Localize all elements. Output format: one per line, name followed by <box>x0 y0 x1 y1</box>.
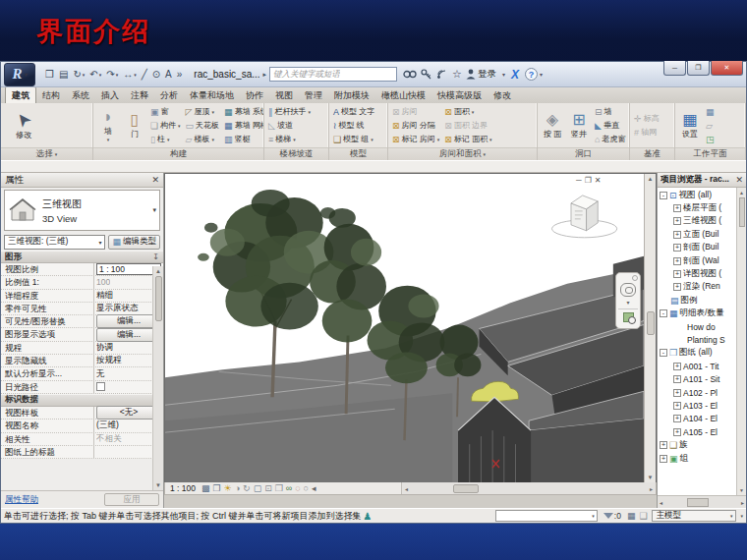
tag-area-icon[interactable]: ⊠ 标记 面积 ▾ <box>442 133 493 146</box>
tree-item[interactable]: + 楼层平面 ( <box>658 201 736 214</box>
dropdown-arrow-icon[interactable]: ▾ <box>371 137 374 142</box>
workplane-viewer-icon[interactable]: ◳ <box>704 133 718 146</box>
dropdown-arrow-icon[interactable]: ▾ <box>178 123 181 129</box>
expand-toggle-icon[interactable]: + <box>673 415 681 422</box>
ribbon-panel-label[interactable]: 选择 ▾ <box>1 147 92 160</box>
scroll-left-icon[interactable]: ◂ <box>658 499 664 506</box>
ribbon-tab[interactable]: 快模高级版 <box>431 87 488 103</box>
ramp-icon[interactable]: ◺ 坡道 <box>266 119 313 133</box>
design-options-icon[interactable]: ❑ <box>639 511 647 521</box>
signin-dropdown-icon[interactable]: ▾ <box>502 71 505 78</box>
mullion-icon[interactable]: ▥ 竖梃 <box>222 133 263 146</box>
scrollbar-thumb[interactable] <box>453 484 479 493</box>
ribbon-tab[interactable]: 插入 <box>95 87 125 103</box>
view-minimize-icon[interactable]: ─ <box>576 176 582 185</box>
project-browser-header[interactable]: 项目浏览器 - rac... ✕ <box>658 173 746 188</box>
curtain-system-icon[interactable]: ▦ 幕墙 系统 <box>222 105 263 119</box>
app-menu-button[interactable]: R ▾ <box>4 63 35 86</box>
ribbon-tab[interactable]: 体量和场地 <box>184 87 240 103</box>
steering-wheel-icon[interactable] <box>620 283 636 297</box>
dropdown-arrow-icon[interactable]: ▾ <box>293 137 296 142</box>
expand-toggle-icon[interactable]: + <box>673 428 681 436</box>
search-input[interactable]: 键入关键字或短语 <box>269 67 397 82</box>
editable-only-icon[interactable]: ▦ <box>627 511 636 521</box>
subscription-key-icon[interactable] <box>421 69 432 80</box>
expand-toggle-icon[interactable]: + <box>673 375 681 383</box>
ribbon-panel-label[interactable]: 楼梯坡道 <box>264 147 328 160</box>
view-restore-icon[interactable]: ❐ <box>585 176 592 185</box>
expand-toggle-icon[interactable]: + <box>673 402 681 410</box>
reveal-hidden-icon[interactable]: ◌ <box>295 484 300 493</box>
type-selector-arrow-icon[interactable]: ▾ <box>152 206 156 214</box>
ribbon-tab[interactable]: 管理 <box>299 87 328 103</box>
stair-icon[interactable]: ≡ 楼梯 ▾ <box>266 133 313 146</box>
redo-icon[interactable]: ↷ ▾ <box>104 67 120 83</box>
workplane-set-icon[interactable]: ▦ 设置 <box>677 104 703 146</box>
tree-item[interactable]: + 剖面 (Buil <box>658 242 736 254</box>
favorites-star-icon[interactable]: ☆ <box>452 68 462 81</box>
minimize-button[interactable]: ─ <box>663 61 686 76</box>
dropdown-arrow-icon[interactable]: ▾ <box>489 137 492 142</box>
ribbon-tab[interactable]: 建筑 <box>5 86 36 103</box>
model-group-icon[interactable]: ❑ 模型 组 ▾ <box>331 133 376 146</box>
scroll-up-icon[interactable]: ▲ <box>648 174 654 184</box>
edit-type-button[interactable]: ▦ 编辑类型 <box>108 235 160 250</box>
scrollbar-thumb[interactable] <box>155 276 162 321</box>
scrollbar-thumb[interactable] <box>647 311 655 335</box>
tree-item[interactable]: + A103 - El <box>658 399 736 412</box>
selection-filter-person-icon[interactable]: ♟ <box>364 511 373 522</box>
tree-item[interactable]: + 详图视图 ( <box>658 267 736 280</box>
tree-item[interactable]: - ⊡ 视图 (all) <box>658 189 736 201</box>
tree-item[interactable]: How do <box>658 320 736 333</box>
tree-item[interactable]: Planting S <box>658 333 736 346</box>
scroll-right-icon[interactable]: ▸ <box>739 499 746 506</box>
ceiling-icon[interactable]: ▭ 天花板 <box>184 119 222 133</box>
model-text-icon[interactable]: A 模型 文字 <box>331 105 376 119</box>
scroll-right-icon[interactable]: ▸ <box>647 485 656 492</box>
crop-region-icon[interactable]: ⊡ <box>264 484 272 493</box>
area-icon[interactable]: ⊠ 面积 ▾ <box>442 105 493 119</box>
column-icon[interactable]: ▯ 柱 ▾ <box>148 133 183 146</box>
undo-icon[interactable]: ↶ ▾ <box>87 67 103 83</box>
view-scale[interactable]: 1 : 100 <box>170 483 196 493</box>
section-header[interactable]: 标识数据 ↧ <box>1 394 163 407</box>
tree-item[interactable]: - ❒ 图纸 (all) <box>658 347 736 360</box>
scroll-down-icon[interactable]: ▼ <box>648 473 654 482</box>
properties-scrollbar[interactable]: ▲ ▼ <box>152 266 163 490</box>
tree-item[interactable]: + ▣ 组 <box>658 452 736 465</box>
temporary-hide-isolate-icon[interactable]: ∞ <box>286 484 292 493</box>
tree-item[interactable]: + A102 - Pl <box>658 386 736 399</box>
browser-vertical-scrollbar[interactable]: ▲ ▼ <box>736 188 746 495</box>
tag-icon[interactable]: ⊙ <box>150 67 162 83</box>
floor-icon[interactable]: ▱ 楼板 ▾ <box>184 133 222 146</box>
view-close-icon[interactable]: ✕ <box>595 176 602 185</box>
detail-level-icon[interactable]: ▩ <box>201 484 210 493</box>
navbar-close-icon[interactable] <box>632 275 638 281</box>
dropdown-arrow-icon[interactable]: ▾ <box>167 137 170 142</box>
scroll-up-icon[interactable]: ▲ <box>155 266 161 276</box>
tree-item[interactable]: + 渲染 (Ren <box>658 281 736 294</box>
dropdown-arrow-icon[interactable]: ▾ <box>99 72 102 78</box>
expand-toggle-icon[interactable]: + <box>673 363 681 370</box>
viewbar-more-icon[interactable]: ◂ <box>312 484 316 493</box>
scroll-up-icon[interactable]: ▲ <box>739 188 744 197</box>
scroll-down-icon[interactable]: ▼ <box>155 480 161 490</box>
project-browser-close-icon[interactable]: ✕ <box>735 175 743 185</box>
expand-toggle-icon[interactable]: - <box>660 349 667 357</box>
main-model-select[interactable]: 主模型 ▾ <box>652 510 736 522</box>
expand-toggle-icon[interactable]: + <box>660 455 667 463</box>
canvas-vertical-scrollbar[interactable]: ▲ ▼ <box>644 174 656 482</box>
level-icon[interactable]: ✛ 标高 <box>632 112 661 126</box>
dropdown-arrow-icon[interactable]: ▾ <box>212 109 215 115</box>
worksets-select[interactable]: ▾ <box>495 510 598 522</box>
canvas-horizontal-scrollbar[interactable]: ◂ ▸ <box>401 482 656 494</box>
dropdown-arrow-icon[interactable]: ▾ <box>116 72 119 78</box>
dropdown-arrow-icon[interactable]: ▾ <box>134 72 137 78</box>
zoom-tool-icon[interactable] <box>623 312 634 322</box>
wall-opening-icon[interactable]: ⊟ 墙 <box>593 105 627 119</box>
communication-center-icon[interactable] <box>436 69 448 80</box>
shaft-opening-icon[interactable]: ⊞ 竖井 <box>566 104 592 146</box>
tree-item[interactable]: + ❑ 族 <box>658 438 736 451</box>
close-button[interactable]: ✕ <box>711 61 743 76</box>
ribbon-panel-label[interactable]: 工作平面 <box>675 147 745 160</box>
